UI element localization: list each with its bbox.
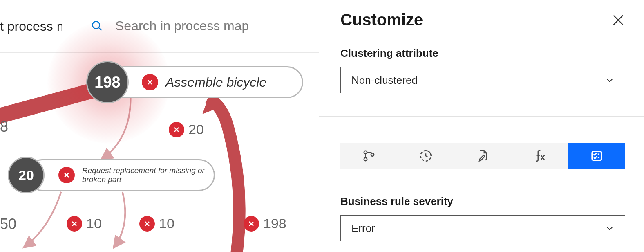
node-count-badge: 20: [8, 157, 45, 194]
node-count-value: 198: [94, 74, 120, 91]
error-icon: [67, 216, 82, 232]
svg-point-17: [364, 158, 367, 161]
error-icon: [244, 216, 259, 232]
business-rule-severity-label: Business rule severity: [340, 195, 625, 208]
branch-icon: [362, 149, 376, 163]
tab-formula[interactable]: [511, 143, 568, 169]
svg-point-16: [364, 151, 367, 154]
metric-tabstrip: [340, 143, 625, 169]
node-count-value: 20: [18, 167, 34, 183]
business-rule-severity-value: Error: [351, 222, 375, 235]
edge-count: 198: [263, 216, 286, 232]
edge-label: 10: [67, 216, 102, 232]
node-label: Assemble bicycle: [165, 75, 266, 90]
error-icon: [142, 74, 158, 90]
tab-page-edit[interactable]: [454, 143, 511, 169]
panel-divider: [319, 116, 644, 117]
svg-point-18: [371, 153, 374, 156]
error-icon: [139, 216, 155, 232]
edge-count-partial: 50: [0, 216, 16, 233]
edge-count: 10: [159, 216, 174, 232]
edge-label: 10: [139, 216, 174, 232]
svg-rect-22: [592, 151, 602, 161]
edge-label: 198: [244, 216, 286, 232]
tab-branch[interactable]: [340, 143, 397, 169]
process-map-canvas[interactable]: 198 Assemble bicycle 20 Request replacem…: [0, 53, 319, 252]
chevron-down-icon: [605, 76, 614, 85]
close-icon[interactable]: [611, 13, 625, 27]
process-map-pane: t process map: [0, 0, 319, 252]
edge-count: 10: [86, 216, 102, 232]
business-rule-severity-select[interactable]: Error: [340, 215, 625, 241]
page-title-fragment: t process map: [0, 19, 62, 34]
process-node-assemble-bicycle[interactable]: 198 Assemble bicycle: [108, 66, 303, 98]
node-count-badge: 198: [86, 61, 129, 104]
customize-panel: Customize Clustering attribute Non-clust…: [319, 0, 644, 252]
clock-dashed-icon: [419, 149, 433, 163]
panel-title: Customize: [340, 11, 423, 29]
clustering-attribute-value: Non-clustered: [351, 74, 418, 87]
process-map-header: t process map: [0, 0, 319, 53]
error-icon: [169, 122, 184, 137]
error-icon: [58, 167, 75, 183]
edge-count-partial: 8: [0, 118, 8, 135]
clustering-attribute-label: Clustering attribute: [340, 47, 625, 60]
checklist-icon: [590, 149, 604, 163]
process-node-request-replacement[interactable]: 20 Request replacement for missing or br…: [26, 159, 215, 191]
tab-time[interactable]: [397, 143, 454, 169]
edge-label: 20: [169, 122, 204, 137]
fx-icon: [533, 149, 547, 163]
tab-rules[interactable]: [568, 143, 625, 169]
node-label: Request replacement for missing or broke…: [82, 166, 214, 184]
edge-count: 20: [188, 122, 204, 137]
chevron-down-icon: [605, 224, 614, 233]
page-edit-icon: [476, 149, 490, 163]
clustering-attribute-select[interactable]: Non-clustered: [340, 67, 625, 93]
